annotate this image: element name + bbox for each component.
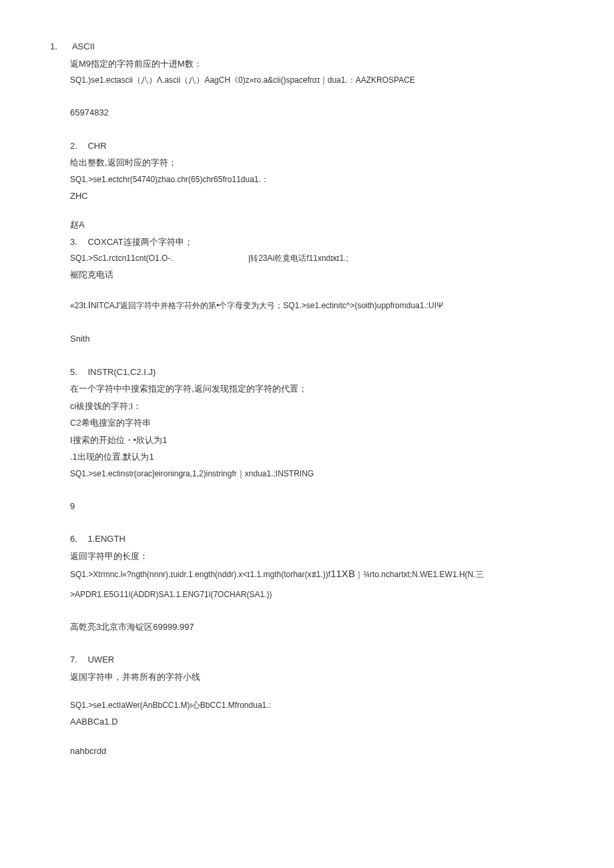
section-6-title: 1.ENGTH: [87, 534, 125, 544]
section-5-desc2: ci袚搜饯的字符;l：: [70, 400, 564, 413]
section-1-result: 65974832: [70, 106, 564, 119]
section-5-desc5: .1出现的位置.默认为1: [70, 450, 564, 464]
section-1-number: 1.: [50, 40, 70, 53]
section-4-line: «23t.ΙNITCAJ'返回字符中并格字苻外的第•个字母变为大弓；SQ1.>s…: [70, 298, 564, 313]
section-6-sql2: >APDR1.E5G11l(ADDR)SA1.1.ENG71l(7OCHAR(S…: [70, 588, 564, 600]
section-5-header: 5. INSTR(C1,C2.I.J): [70, 366, 564, 379]
section-1-header: 1. ASCII: [50, 40, 564, 53]
section-6-sql1-text: SQ1.>Xtrmnc.l«?ngth(nnnr).ɪuidr.1.ength(…: [70, 570, 484, 579]
section-3-sql: SQ1.>Sc1.rctcn11cnt(O1.O-. |转23Ai乾竟电话f11…: [70, 252, 564, 264]
section-3-result: 裾陀克电话: [70, 268, 564, 282]
section-1-sql: SQ1.)se1.ectascii（八）Λ.ascii（八）AagCH《0)z«…: [70, 74, 564, 86]
section-5-title: INSTR(C1,C2.I.J): [87, 367, 156, 377]
section-3-header: 3. COXCAT连接两个字符申；: [70, 236, 564, 249]
section-5-desc1: 在一个字符中中搜索指定的字符,返问发现指定的字符的代置；: [70, 382, 564, 396]
section-6-result: 高乾亮3北京市海锭区69999.997: [70, 620, 564, 634]
section-6-sql1: SQ1.>Xtrmnc.l«?ngth(nnnr).ɪuidr.1.ength(…: [70, 566, 564, 582]
section-3-number: 3.: [70, 237, 77, 247]
section-2-result1: ZHC: [70, 189, 564, 203]
section-4-text: «23t.ΙNITCAJ'返回字符中并格字苻外的第•个字母变为大弓；SQ1.>s…: [70, 301, 443, 310]
section-2-number: 2.: [70, 141, 77, 151]
section-6-number: 6.: [70, 534, 77, 544]
section-7-title: UWER: [87, 655, 114, 665]
section-2-result2: 赵A: [70, 218, 564, 232]
section-5-number: 5.: [70, 367, 77, 377]
section-5-desc3: C2希电搜室的字符串: [70, 416, 564, 430]
section-5-sql: SQ1.>se1.ectinstr(orac]eironingra,1,2)in…: [70, 468, 564, 480]
section-2-header: 2. CHR: [70, 139, 564, 153]
section-3-sql-right: |转23Ai乾竟电话f11xndɪкɪ1.;: [248, 254, 348, 263]
section-6-header: 6. 1.ENGTH: [70, 532, 564, 546]
section-1-title: ASCII: [72, 41, 95, 51]
section-2-title: CHR: [87, 141, 106, 151]
section-6-desc: 返回字符甲的长度：: [70, 550, 564, 563]
section-4-result: Snith: [70, 332, 564, 346]
section-7-result1: AABBCa1.D: [70, 715, 564, 729]
section-7-header: 7. UWER: [70, 653, 564, 667]
section-1-desc: 返M9指定的字符前应的十进M数：: [70, 57, 564, 71]
section-2-desc: 给出整数,返回时应的字符；: [70, 156, 564, 169]
section-2-sql: SQ1.>se1.ectchr(54740)zhao.chr(65)chr65f…: [70, 173, 564, 185]
section-3-title: COXCAT连接两个字符申；: [87, 237, 192, 247]
section-5-desc4: I搜索的开始位・•欣认为1: [70, 434, 564, 447]
section-7-result2: nahbcrdd: [70, 745, 564, 758]
section-7-number: 7.: [70, 655, 77, 665]
section-7-sql: SQ1.>se1.ectIaWer(AnBbCC1.M)ı心BbCC1.Mfro…: [70, 699, 564, 711]
section-3-sql-left: SQ1.>Sc1.rctcn11cnt(O1.O-.: [70, 254, 173, 263]
section-7-desc: 返国字符申，并将所有的字符小线: [70, 671, 564, 684]
section-5-result: 9: [70, 500, 564, 513]
